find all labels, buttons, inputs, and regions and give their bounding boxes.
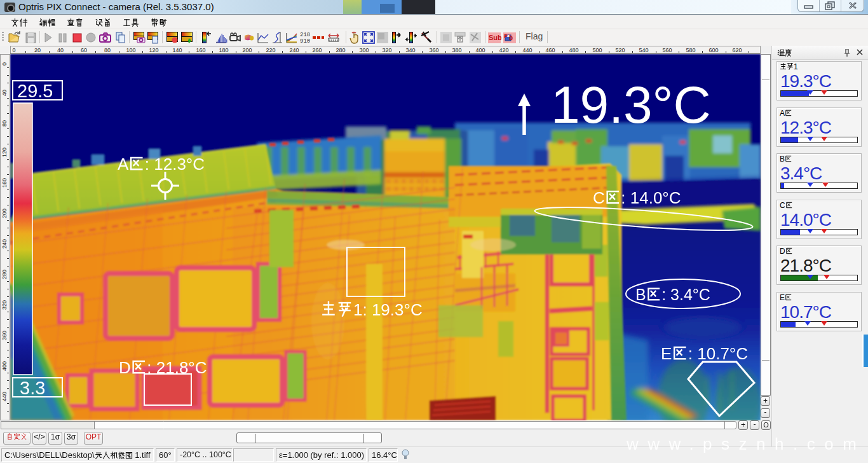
svg-text:: 12.3°C: : 12.3°C xyxy=(145,155,205,174)
svg-text:19.3°C: 19.3°C xyxy=(551,76,711,134)
svg-text:: 21.8°C: : 21.8°C xyxy=(147,358,207,377)
svg-text:: 10.7°C: : 10.7°C xyxy=(688,344,748,363)
svg-text:A: A xyxy=(118,155,129,174)
svg-text:b: b xyxy=(509,34,513,41)
svg-text:1: 19.3°C: 1: 19.3°C xyxy=(353,300,423,319)
svg-text:Sub: Sub xyxy=(489,34,501,41)
svg-text:: 3.4°C: : 3.4°C xyxy=(661,286,710,303)
svg-text:29.5: 29.5 xyxy=(17,81,53,101)
svg-text:910: 910 xyxy=(300,38,310,45)
svg-text:D: D xyxy=(119,358,131,377)
svg-text:: 14.0°C: : 14.0°C xyxy=(621,188,681,207)
svg-text:P: P xyxy=(504,33,508,39)
svg-text:B: B xyxy=(635,286,646,303)
svg-text:E: E xyxy=(661,344,672,363)
svg-text:3.3: 3.3 xyxy=(20,378,45,398)
svg-text:218: 218 xyxy=(300,32,310,38)
svg-text:C: C xyxy=(593,188,605,207)
